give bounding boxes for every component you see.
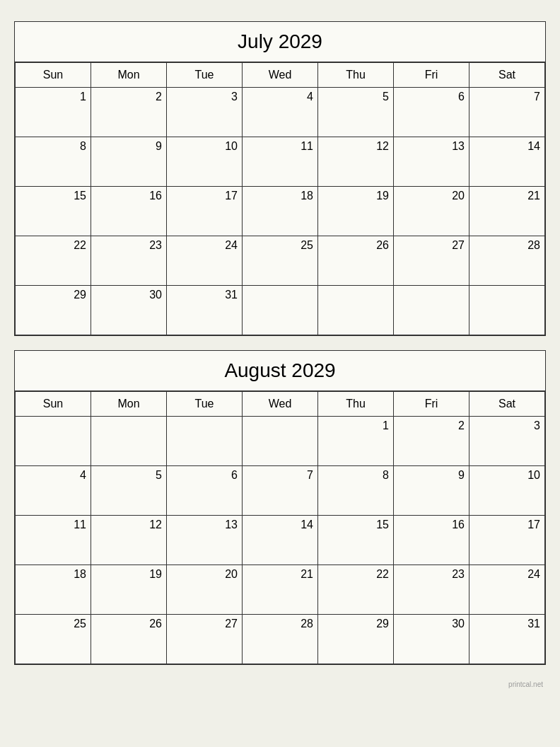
calendar-day-cell: 2 — [91, 88, 167, 137]
day-number: 14 — [474, 140, 540, 153]
calendar-week-row: 18192021222324 — [16, 565, 545, 615]
day-number: 29 — [322, 618, 389, 630]
day-number: 30 — [398, 618, 465, 630]
calendar-day-cell: 19 — [318, 187, 394, 236]
calendar-day-cell: 12 — [91, 516, 167, 565]
day-number: 17 — [171, 190, 238, 202]
calendar-day-cell: 24 — [167, 236, 243, 286]
day-number: 20 — [398, 190, 465, 202]
day-number: 28 — [247, 618, 313, 630]
day-number: 27 — [398, 239, 465, 252]
header-sat: Sat — [469, 392, 545, 417]
header-sun: Sun — [16, 63, 91, 88]
calendar-day-cell: 9 — [91, 137, 167, 187]
calendar-day-cell: 23 — [394, 565, 469, 615]
calendar-week-row: 1234567 — [16, 88, 545, 137]
calendar-day-cell: 13 — [167, 516, 243, 565]
header-thu: Thu — [318, 392, 394, 417]
calendar-day-cell — [16, 417, 91, 466]
calendar-day-cell: 3 — [469, 417, 545, 466]
day-number: 9 — [398, 469, 465, 482]
calendar-day-cell: 14 — [469, 137, 545, 187]
calendar-day-cell: 6 — [394, 88, 469, 137]
calendar-day-cell: 1 — [16, 88, 91, 137]
calendar-day-cell: 26 — [91, 615, 167, 664]
calendar-day-cell: 22 — [318, 565, 394, 615]
calendar-day-cell: 5 — [91, 466, 167, 516]
calendar-day-cell: 5 — [318, 88, 394, 137]
calendar-day-cell: 18 — [16, 565, 91, 615]
day-number: 6 — [171, 469, 238, 482]
calendar-day-cell: 16 — [394, 516, 469, 565]
day-number: 16 — [95, 190, 162, 202]
day-number: 21 — [474, 190, 540, 202]
calendar-day-cell: 10 — [167, 137, 243, 187]
calendar-day-cell: 25 — [243, 236, 318, 286]
calendar-day-cell — [469, 286, 545, 335]
calendar-week-row: 45678910 — [16, 466, 545, 516]
day-number: 7 — [474, 91, 540, 103]
day-number: 5 — [95, 469, 162, 482]
calendar-day-cell: 26 — [318, 236, 394, 286]
calendar-day-cell: 30 — [394, 615, 469, 664]
calendar-day-cell — [91, 417, 167, 466]
day-number: 1 — [322, 419, 389, 432]
day-number: 5 — [322, 91, 389, 103]
day-number: 15 — [322, 519, 389, 531]
day-number: 12 — [95, 519, 162, 531]
calendar-day-cell: 16 — [91, 187, 167, 236]
calendar-day-cell: 2 — [394, 417, 469, 466]
header-sun: Sun — [16, 392, 91, 417]
day-number: 23 — [398, 568, 465, 581]
calendar-week-row: 123 — [16, 417, 545, 466]
calendar-day-cell: 24 — [469, 565, 545, 615]
calendar-day-cell: 25 — [16, 615, 91, 664]
calendar-day-cell: 8 — [16, 137, 91, 187]
calendar-day-cell: 13 — [394, 137, 469, 187]
day-number: 1 — [20, 91, 86, 103]
header-mon: Mon — [91, 63, 167, 88]
calendar-week-row: 293031 — [16, 286, 545, 335]
calendar-day-cell: 4 — [243, 88, 318, 137]
calendar-day-cell: 21 — [243, 565, 318, 615]
calendar-day-cell — [243, 286, 318, 335]
header-thu: Thu — [318, 63, 394, 88]
day-number: 8 — [322, 469, 389, 482]
calendar-day-cell — [318, 286, 394, 335]
day-number: 18 — [20, 568, 86, 581]
header-wed: Wed — [243, 63, 318, 88]
calendar-day-cell: 22 — [16, 236, 91, 286]
calendar-day-cell: 9 — [394, 466, 469, 516]
calendar-day-cell: 10 — [469, 466, 545, 516]
day-number: 20 — [171, 568, 238, 581]
calendar-day-cell: 27 — [394, 236, 469, 286]
calendar-day-cell: 30 — [91, 286, 167, 335]
calendar-day-cell: 1 — [318, 417, 394, 466]
day-number: 15 — [20, 190, 86, 202]
july-grid: Sun Mon Tue Wed Thu Fri Sat 123456789101… — [15, 62, 545, 335]
day-number: 26 — [322, 239, 389, 252]
calendar-day-cell: 4 — [16, 466, 91, 516]
calendar-day-cell: 15 — [16, 187, 91, 236]
calendar-day-cell — [167, 417, 243, 466]
calendar-day-cell: 29 — [318, 615, 394, 664]
day-number: 2 — [398, 419, 465, 432]
day-number: 7 — [247, 469, 313, 482]
day-number: 14 — [247, 519, 313, 531]
calendar-day-cell: 23 — [91, 236, 167, 286]
day-number: 3 — [171, 91, 238, 103]
calendar-day-cell: 27 — [167, 615, 243, 664]
day-number: 22 — [20, 239, 86, 252]
header-tue: Tue — [167, 392, 243, 417]
day-number: 25 — [247, 239, 313, 252]
calendar-day-cell: 6 — [167, 466, 243, 516]
header-fri: Fri — [394, 63, 469, 88]
day-number: 29 — [20, 289, 86, 301]
calendar-day-cell: 28 — [469, 236, 545, 286]
day-number: 31 — [474, 618, 540, 630]
day-number: 23 — [95, 239, 162, 252]
calendar-day-cell — [243, 417, 318, 466]
day-number: 4 — [247, 91, 313, 103]
calendar-day-cell: 15 — [318, 516, 394, 565]
august-calendar: August 2029 Sun Mon Tue Wed Thu Fri Sat … — [14, 350, 546, 665]
